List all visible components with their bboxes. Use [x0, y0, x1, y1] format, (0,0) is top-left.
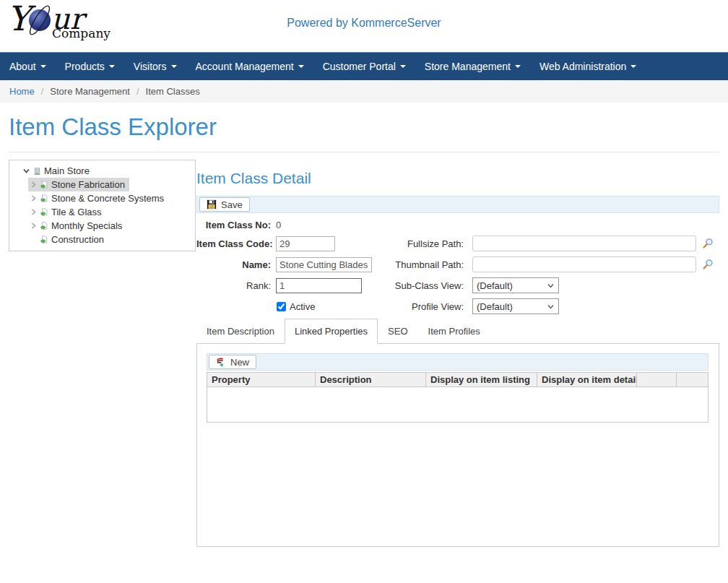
item-class-no-value: 0	[276, 220, 719, 230]
caret-down-icon	[400, 65, 406, 68]
item-class-icon	[40, 222, 48, 230]
search-icon[interactable]	[702, 259, 714, 270]
nav-label: Visitors	[134, 61, 167, 72]
column-header-blank-2	[677, 373, 709, 386]
item-class-detail-panel: Item Class Detail Save Item Class No: 0 …	[196, 160, 719, 547]
new-button[interactable]: New	[209, 355, 256, 369]
active-checkbox[interactable]	[277, 302, 286, 311]
tab-item-description[interactable]: Item Description	[196, 319, 285, 344]
save-button[interactable]: Save	[199, 197, 250, 212]
chevron-right-icon[interactable]	[30, 194, 38, 202]
add-row-icon	[216, 357, 226, 367]
chevron-right-icon[interactable]	[30, 222, 38, 230]
tab-linked-properties[interactable]: Linked Properties	[285, 319, 378, 344]
tree-node-tile-glass[interactable]: Tile & Glass	[9, 205, 195, 219]
caret-down-icon	[630, 65, 636, 68]
chevron-down-icon	[547, 303, 555, 311]
fullsize-path-input[interactable]	[472, 236, 696, 251]
detail-tabs: Item Description Linked Properties SEO I…	[196, 319, 719, 343]
active-label: Active	[290, 301, 315, 312]
save-button-label: Save	[221, 199, 243, 210]
nav-label: Store Management	[425, 61, 511, 72]
floppy-disk-icon	[207, 199, 217, 210]
nav-label: Products	[65, 61, 105, 72]
column-header-property: Property	[207, 373, 316, 386]
chevron-down-icon	[547, 282, 555, 290]
profile-view-label: Profile View:	[388, 301, 469, 312]
main-navbar: About Products Visitors Account Manageme…	[0, 52, 728, 80]
chevron-right-icon[interactable]	[30, 208, 38, 216]
caret-down-icon	[298, 65, 304, 68]
powered-by-text: Powered by KommerceServer	[0, 17, 728, 30]
thumbnail-path-input[interactable]	[472, 256, 696, 272]
search-icon[interactable]	[702, 238, 714, 249]
page-title-block: Item Class Explorer	[9, 113, 719, 152]
nav-label: Account Management	[196, 61, 294, 72]
nav-item-visitors[interactable]: Visitors	[124, 53, 186, 80]
breadcrumb-item-classes: Item Classes	[146, 86, 200, 97]
caret-down-icon	[171, 65, 177, 68]
nav-item-products[interactable]: Products	[56, 53, 124, 80]
tree-node-label: Construction	[51, 234, 104, 245]
profile-view-select[interactable]: (Default)	[472, 298, 559, 314]
linked-properties-table: Property Description Display on item lis…	[207, 372, 708, 423]
table-empty-body	[207, 387, 708, 423]
item-class-icon	[40, 181, 48, 189]
rank-input[interactable]	[276, 278, 362, 293]
column-header-description: Description	[316, 373, 426, 386]
tab-item-profiles[interactable]: Item Profiles	[418, 319, 490, 344]
nav-item-about[interactable]: About	[0, 53, 56, 80]
rank-label: Rank:	[196, 280, 276, 291]
item-class-icon	[40, 236, 48, 243]
page-title: Item Class Explorer	[9, 113, 719, 141]
tree-node-label: Main Store	[44, 165, 90, 176]
tree-node-label: Tile & Glass	[51, 207, 102, 217]
nav-label: Web Administration	[540, 61, 626, 72]
chevron-right-icon[interactable]	[30, 181, 38, 189]
tree-node-main-store[interactable]: Main Store	[9, 164, 195, 178]
sub-class-view-select[interactable]: (Default)	[472, 277, 559, 293]
column-header-display-on-item-detail: Display on item detail	[537, 373, 637, 386]
breadcrumb-store-management[interactable]: Store Management	[50, 86, 130, 97]
name-input[interactable]	[276, 257, 372, 272]
new-button-label: New	[230, 357, 249, 368]
tree-node-label: Stone Fabrication	[51, 179, 125, 190]
page-header: Y ur Company Powered by KommerceServer	[0, 0, 728, 52]
nav-label: Customer Portal	[323, 61, 396, 72]
breadcrumb-home[interactable]: Home	[9, 86, 35, 97]
tree-node-construction[interactable]: Construction	[9, 233, 195, 246]
name-label: Name:	[196, 259, 276, 270]
column-header-blank-1	[637, 373, 677, 386]
nav-item-customer-portal[interactable]: Customer Portal	[313, 53, 415, 80]
column-header-display-on-item-listing: Display on item listing	[426, 373, 537, 386]
nav-item-account-management[interactable]: Account Management	[186, 53, 313, 80]
tree-node-stone-concrete-systems[interactable]: Stone & Concrete Systems	[9, 191, 195, 205]
thumbnail-path-label: Thumbnail Path:	[388, 259, 469, 270]
save-toolbar: Save	[196, 196, 719, 213]
nav-item-web-administration[interactable]: Web Administration	[530, 53, 646, 80]
tab-seo[interactable]: SEO	[378, 319, 417, 344]
item-class-form: Item Class No: 0 Item Class Code: Fullsi…	[196, 220, 719, 314]
item-class-code-input[interactable]	[276, 236, 335, 251]
linked-properties-toolbar: New	[207, 353, 708, 371]
item-class-icon	[40, 194, 48, 202]
fullsize-path-label: Fullsize Path:	[388, 238, 469, 249]
nav-item-store-management[interactable]: Store Management	[415, 53, 530, 80]
linked-properties-panel: New Property Description Display on item…	[196, 343, 719, 547]
breadcrumb: Home / Store Management / Item Classes	[0, 80, 728, 103]
nav-label: About	[9, 61, 36, 72]
breadcrumb-separator: /	[35, 86, 51, 97]
tree-node-stone-fabrication[interactable]: Stone Fabrication	[9, 178, 195, 191]
item-class-icon	[40, 208, 48, 216]
sub-class-view-label: Sub-Class View:	[388, 280, 469, 291]
table-header-row: Property Description Display on item lis…	[207, 372, 708, 387]
chevron-down-icon[interactable]	[22, 167, 30, 175]
item-class-no-label: Item Class No:	[196, 220, 276, 230]
profile-view-value: (Default)	[477, 301, 513, 312]
item-class-code-label: Item Class Code:	[196, 238, 276, 249]
tree-node-monthly-specials[interactable]: Monthly Specials	[9, 219, 195, 233]
item-class-tree: Main Store Stone Fabrication Stone &	[9, 160, 196, 251]
caret-down-icon	[109, 65, 115, 68]
tree-node-label: Stone & Concrete Systems	[51, 193, 164, 204]
breadcrumb-separator: /	[130, 86, 146, 97]
